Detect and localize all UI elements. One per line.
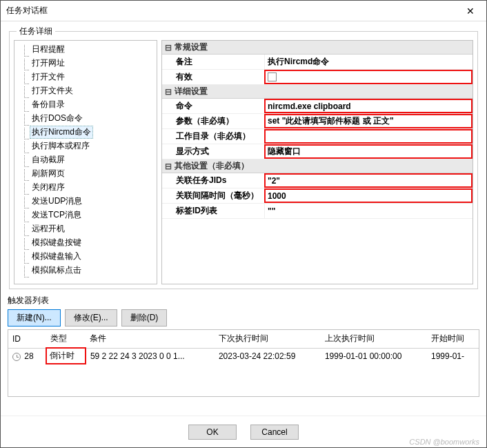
close-icon[interactable]: ✕ <box>460 6 481 17</box>
prop-value[interactable]: 执行Nircmd命令 <box>264 55 473 69</box>
prop-label: 显示方式 <box>162 144 264 159</box>
tree-item[interactable]: 日程提醒 <box>17 42 157 56</box>
tree-item[interactable]: 模拟鼠标点击 <box>17 263 157 277</box>
table-header[interactable]: ID <box>8 330 46 348</box>
trigger-area: 触发器列表 新建(N)... 修改(E)... 删除(D) ID类型条件下次执行… <box>8 295 479 397</box>
property-grid[interactable]: ⊟常规设置备注执行Nircmd命令有效⊟详细设置命令nircmd.exe cli… <box>161 40 473 284</box>
tree-item-label: 执行DOS命令 <box>30 112 85 125</box>
tree-item[interactable]: 模拟键盘输入 <box>17 249 157 263</box>
prop-row[interactable]: 参数（非必填）set "此处请填写邮件标题 或 正文" <box>162 114 473 129</box>
table-row[interactable]: 28倒计时59 2 22 24 3 2023 0 0 1...2023-03-2… <box>8 348 479 364</box>
tree-item-label: 模拟键盘输入 <box>30 250 83 263</box>
prop-label: 备注 <box>162 55 264 69</box>
table-header[interactable]: 条件 <box>86 330 215 348</box>
tree-item[interactable]: 发送TCP消息 <box>17 208 157 222</box>
tree-item-label: 执行Nircmd命令 <box>30 126 93 139</box>
prop-section-header[interactable]: ⊟常规设置 <box>162 41 473 55</box>
trigger-table: ID类型条件下次执行时间上次执行时间开始时间 28倒计时59 2 22 24 3… <box>8 330 479 364</box>
prop-label: 有效 <box>162 70 264 84</box>
prop-value[interactable]: 1000 <box>264 188 473 203</box>
prop-section-header[interactable]: ⊟其他设置（非必填） <box>162 159 473 173</box>
tree-item[interactable]: 模拟键盘按键 <box>17 235 157 249</box>
tree-item[interactable]: 执行Nircmd命令 <box>17 125 157 139</box>
prop-section-header[interactable]: ⊟详细设置 <box>162 85 473 99</box>
tree-item-label: 备份目录 <box>30 98 67 111</box>
collapse-icon[interactable]: ⊟ <box>162 43 175 52</box>
new-trigger-button[interactable]: 新建(N)... <box>8 309 61 327</box>
prop-row[interactable]: 标签ID列表"" <box>162 204 473 219</box>
cell-type: 倒计时 <box>46 348 86 364</box>
table-header[interactable]: 开始时间 <box>427 330 479 348</box>
cancel-button[interactable]: Cancel <box>250 425 299 440</box>
task-dialog: 任务对话框 ✕ 任务详细 日程提醒打开网址打开文件打开文件夹备份目录执行DOS命… <box>0 0 487 448</box>
prop-value[interactable]: nircmd.exe clipboard <box>264 99 473 113</box>
tree-item-label: 关闭程序 <box>30 181 67 194</box>
collapse-icon[interactable]: ⊟ <box>162 162 175 171</box>
prop-value[interactable]: "" <box>264 204 473 218</box>
prop-row[interactable]: 备注执行Nircmd命令 <box>162 55 473 70</box>
prop-label: 命令 <box>162 99 264 113</box>
table-header[interactable]: 下次执行时间 <box>215 330 321 348</box>
tree-item-label: 自动截屏 <box>30 153 67 166</box>
prop-row[interactable]: 工作目录（非必填） <box>162 129 473 144</box>
clock-icon <box>12 353 21 361</box>
prop-section-title: 其他设置（非必填） <box>175 160 249 172</box>
prop-value[interactable] <box>264 70 473 84</box>
prop-value[interactable]: "2" <box>264 173 473 188</box>
prop-section-title: 常规设置 <box>175 41 208 53</box>
tree-item-label: 打开文件 <box>30 70 67 84</box>
tree-item[interactable]: 打开文件夹 <box>17 84 157 97</box>
prop-row[interactable]: 关联间隔时间（毫秒）1000 <box>162 188 473 204</box>
tree-item[interactable]: 自动截屏 <box>17 153 157 166</box>
prop-row[interactable]: 显示方式隐藏窗口 <box>162 144 473 159</box>
tree-item[interactable]: 刷新网页 <box>17 166 157 180</box>
tree-item-label: 发送TCP消息 <box>30 208 83 222</box>
tree-item[interactable]: 打开网址 <box>17 56 157 70</box>
prop-label: 标签ID列表 <box>162 204 264 218</box>
tree-item-label: 日程提醒 <box>30 43 67 56</box>
tree-item[interactable]: 远程开机 <box>17 222 157 235</box>
cell-condition: 59 2 22 24 3 2023 0 0 1... <box>86 348 215 364</box>
prop-row[interactable]: 关联任务JIDs"2" <box>162 173 473 188</box>
tree-item-label: 打开网址 <box>30 57 67 70</box>
prop-row[interactable]: 命令nircmd.exe clipboard <box>162 99 473 114</box>
task-details-group: 任务详细 日程提醒打开网址打开文件打开文件夹备份目录执行DOS命令执行Nircm… <box>9 26 478 289</box>
cell-start-time: 1999-01- <box>427 348 479 364</box>
prop-label: 工作目录（非必填） <box>162 129 264 144</box>
tree-item[interactable]: 关闭程序 <box>17 180 157 194</box>
table-header[interactable]: 上次执行时间 <box>321 330 427 348</box>
prop-value[interactable]: set "此处请填写邮件标题 或 正文" <box>264 114 473 128</box>
prop-row[interactable]: 有效 <box>162 70 473 85</box>
dialog-title: 任务对话框 <box>6 5 460 17</box>
cell-id: 28 <box>8 348 46 364</box>
cell-last-time: 1999-01-01 00:00:00 <box>321 348 427 364</box>
tree-item[interactable]: 备份目录 <box>17 97 157 111</box>
tree-item-label: 刷新网页 <box>30 167 67 180</box>
table-header[interactable]: 类型 <box>46 330 86 348</box>
ok-button[interactable]: OK <box>188 425 237 440</box>
tree-item-label: 远程开机 <box>30 222 67 235</box>
tree-item-label: 执行脚本或程序 <box>30 139 92 153</box>
task-details-legend: 任务详细 <box>17 26 55 37</box>
tree-item[interactable]: 发送UDP消息 <box>17 194 157 208</box>
trigger-list-label: 触发器列表 <box>8 295 479 306</box>
dialog-footer: OK Cancel <box>1 416 486 447</box>
collapse-icon[interactable]: ⊟ <box>162 87 175 97</box>
tree-item-label: 模拟鼠标点击 <box>30 264 83 277</box>
tree-item-label: 打开文件夹 <box>30 84 75 97</box>
edit-trigger-button[interactable]: 修改(E)... <box>65 309 117 327</box>
tree-item[interactable]: 执行脚本或程序 <box>17 139 157 153</box>
prop-value[interactable] <box>264 129 473 144</box>
prop-label: 关联间隔时间（毫秒） <box>162 188 264 203</box>
tree-item-label: 发送UDP消息 <box>30 195 84 208</box>
tree-item[interactable]: 执行DOS命令 <box>17 111 157 125</box>
prop-value[interactable]: 隐藏窗口 <box>264 144 473 159</box>
tree-item[interactable]: 打开文件 <box>17 70 157 84</box>
checkbox-icon[interactable] <box>268 72 277 81</box>
trigger-table-wrap[interactable]: ID类型条件下次执行时间上次执行时间开始时间 28倒计时59 2 22 24 3… <box>8 329 479 397</box>
titlebar: 任务对话框 ✕ <box>1 1 486 21</box>
task-type-tree[interactable]: 日程提醒打开网址打开文件打开文件夹备份目录执行DOS命令执行Nircmd命令执行… <box>14 40 157 284</box>
prop-label: 参数（非必填） <box>162 114 264 128</box>
delete-trigger-button[interactable]: 删除(D) <box>121 309 168 327</box>
tree-item-label: 模拟键盘按键 <box>30 236 83 249</box>
